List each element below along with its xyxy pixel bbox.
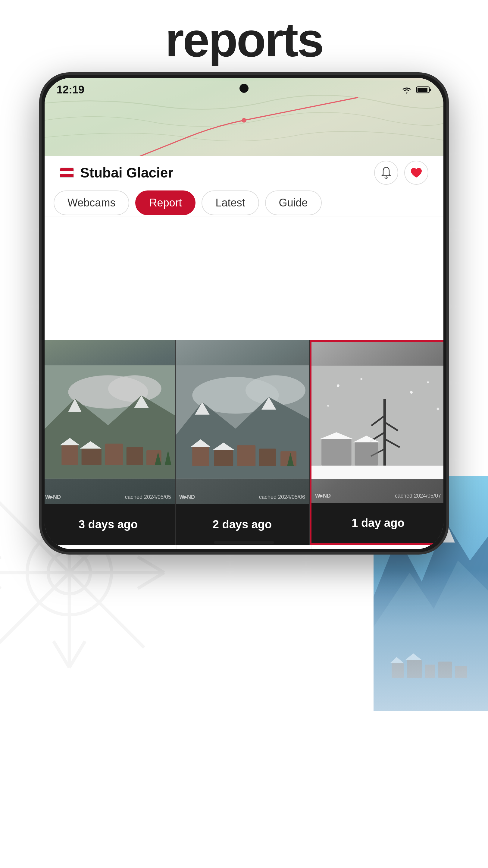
wifi-icon [401, 85, 413, 94]
svg-rect-41 [127, 447, 143, 465]
svg-rect-19 [392, 663, 404, 678]
webcam-card-1[interactable]: W▸ND cached 2024/05/05 3 days ago [44, 340, 175, 545]
svg-marker-25 [405, 653, 422, 660]
svg-line-6 [54, 641, 70, 668]
resort-name: Stubai Glacier [80, 164, 173, 181]
svg-rect-30 [418, 88, 427, 92]
svg-rect-53 [192, 447, 209, 466]
svg-point-74 [337, 384, 339, 387]
webcam-time-1: 3 days ago [78, 518, 138, 531]
svg-rect-38 [61, 445, 78, 465]
webcam-watermark-1: W▸ND [45, 494, 61, 500]
webcam-cached-1: cached 2024/05/05 [125, 494, 171, 500]
snow-depth-row: 5 cm 9 cm 23 cm [44, 545, 444, 549]
tab-report[interactable]: Report [135, 190, 195, 215]
camera-notch [239, 84, 249, 93]
webcam-watermark-3: W▸ND [315, 493, 331, 499]
svg-line-7 [69, 641, 85, 668]
battery-icon [416, 86, 431, 94]
svg-rect-20 [407, 660, 422, 678]
favorite-button[interactable] [404, 161, 428, 185]
webcam-watermark-2: W▸ND [179, 494, 195, 500]
webcam-image-3: W▸ND cached 2024/05/07 [312, 342, 444, 503]
status-bar: 12:19 [44, 78, 444, 102]
country-flag [60, 167, 74, 178]
svg-line-8 [0, 557, 1, 573]
app-header: Stubai Glacier [44, 156, 444, 189]
svg-rect-23 [455, 666, 467, 678]
phone-frame: 12:19 [39, 72, 449, 555]
tab-guide[interactable]: Guide [265, 190, 322, 215]
svg-point-79 [436, 408, 439, 410]
svg-point-78 [327, 405, 329, 407]
webcam-card-3[interactable]: W▸ND cached 2024/05/07 1 day ago [310, 340, 444, 545]
svg-rect-69 [321, 439, 351, 465]
svg-rect-54 [214, 450, 233, 466]
webcam-info-1: 3 days ago [44, 504, 175, 545]
page-title: reports [0, 12, 488, 67]
webcam-card-2[interactable]: W▸ND cached 2024/05/06 2 days ago [175, 340, 310, 545]
webcam-info-2: 2 days ago [175, 504, 309, 545]
svg-rect-70 [355, 442, 378, 465]
tab-latest[interactable]: Latest [201, 190, 259, 215]
svg-line-9 [0, 572, 1, 589]
svg-rect-29 [429, 89, 431, 91]
status-icons [401, 85, 431, 94]
snow-cell-3: 23 cm [312, 545, 444, 549]
webcam-time-2: 2 days ago [213, 518, 272, 531]
status-time: 12:19 [57, 84, 84, 96]
svg-point-75 [360, 378, 362, 380]
svg-line-10 [138, 557, 164, 573]
svg-rect-55 [237, 445, 255, 466]
webcam-time-3: 1 day ago [352, 517, 404, 530]
svg-rect-73 [312, 466, 444, 479]
svg-point-27 [241, 118, 246, 123]
snow-cell-2: 9 cm [176, 545, 312, 549]
notification-button[interactable] [374, 161, 398, 185]
snow-cell-1: 5 cm [44, 545, 176, 549]
svg-marker-24 [390, 657, 404, 663]
svg-rect-22 [438, 661, 452, 678]
home-indicator [214, 541, 274, 544]
tab-webcams[interactable]: Webcams [54, 190, 129, 215]
svg-point-76 [410, 391, 413, 394]
bell-icon [380, 166, 393, 179]
svg-marker-16 [373, 561, 488, 711]
webcam-strip: W▸ND cached 2024/05/05 3 days ago [44, 340, 444, 545]
tab-bar: Webcams Report Latest Guide [44, 189, 444, 216]
svg-rect-40 [105, 444, 123, 465]
webcam-cached-3: cached 2024/05/07 [395, 493, 441, 499]
webcam-image-2: W▸ND cached 2024/05/06 [175, 340, 309, 504]
webcam-image-1: W▸ND cached 2024/05/05 [44, 340, 175, 504]
svg-rect-56 [259, 448, 276, 466]
svg-line-11 [138, 572, 164, 589]
svg-rect-39 [82, 448, 101, 465]
svg-point-34 [108, 375, 161, 402]
webcam-cached-2: cached 2024/05/06 [259, 494, 305, 500]
webcam-info-3: 1 day ago [312, 503, 444, 543]
svg-point-77 [427, 381, 429, 383]
svg-rect-21 [425, 664, 435, 678]
heart-icon [410, 166, 423, 179]
